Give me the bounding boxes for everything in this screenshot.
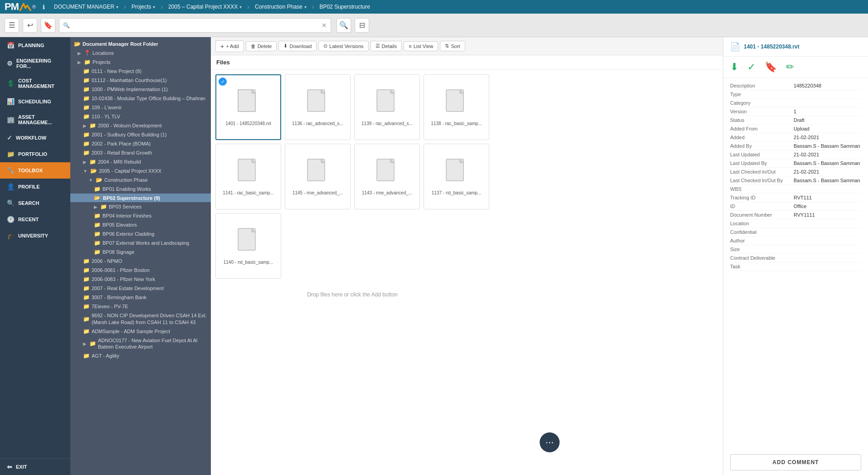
sidebar-item-university[interactable]: 🎓 UNIVERSITY (0, 228, 70, 244)
sidebar-item-engineering[interactable]: ⚙ ENGINEERING FOR... (0, 53, 70, 73)
sidebar-item-planning[interactable]: 📅 PLANNING (0, 37, 70, 53)
nav-projects[interactable]: Projects ▾ (126, 0, 161, 14)
file-card-4[interactable]: 1141 - rac_basic_samp... (215, 144, 281, 209)
file-card-3[interactable]: 1138 - rac_basic_samp... (424, 74, 489, 140)
tree-item-8692[interactable]: 📁 8692 - NON CIP Development Driven CSAH… (70, 311, 211, 327)
detail-row-location: Location (730, 219, 861, 228)
tree-item-construction-phase[interactable]: ▼ 📂 Construction Phase (70, 175, 211, 184)
tree-item-2004[interactable]: ▶ 📁 2004 - MRI Rebuild (70, 157, 211, 166)
add-button[interactable]: + + Add (215, 40, 244, 52)
tree-item-0111[interactable]: 📁 0111 - New Project (8) (70, 67, 211, 76)
tree-item-109[interactable]: 📁 109 - L'avenir (70, 103, 211, 112)
nav-document-manager[interactable]: DOCUMENT MANAGER ▾ (49, 0, 124, 14)
tree-root[interactable]: 📂 Document Manager Root Folder (70, 39, 211, 48)
folder-icon: 📁 (89, 159, 96, 165)
folder-icon: 📁 (83, 328, 90, 334)
pin-icon: 📍 (84, 50, 91, 56)
tree-item-bp01[interactable]: 📁 BP01 Enabling Works (70, 184, 211, 194)
file-card-2[interactable]: 1139 - rac_advanced_s... (354, 74, 420, 140)
tree-item-bp07[interactable]: 📁 BP07 External Works and Landscaping (70, 238, 211, 247)
undo-icon-btn[interactable]: ↩ (23, 18, 37, 33)
tree-item-7eleveo[interactable]: 📁 7Eleveo - PV-7E (70, 302, 211, 311)
delete-button[interactable]: 🗑 Delete (246, 41, 277, 51)
sidebar-item-exit[interactable]: ⬅ EXIT (0, 458, 70, 475)
download-button[interactable]: ⬇ Download (278, 41, 317, 51)
tree-item-2001[interactable]: 📁 2001 - Sudbury Office Building (1) (70, 130, 211, 139)
sort-button[interactable]: ⇅ Sort (440, 41, 465, 51)
latest-versions-button[interactable]: ⊙ Latest Versions (318, 41, 368, 51)
tree-item-bp03[interactable]: ▶ 📁 BP03 Services (70, 202, 211, 211)
sidebar-item-portfolio[interactable]: 📁 PORTFOLIO (0, 146, 70, 162)
file-card-1[interactable]: 1136 - rac_advanced_s... (285, 74, 351, 140)
tree-item-3007[interactable]: 📁 3007 - Birmingham Bank (70, 293, 211, 302)
details-button[interactable]: ☰ Details (371, 41, 402, 51)
bookmark-icon-btn[interactable]: 🔖 (41, 18, 55, 33)
list-view-icon: ≡ (409, 44, 411, 49)
file-icon (305, 89, 330, 118)
filter-icon-btn[interactable]: ⊟ (355, 18, 369, 33)
files-header: Files (211, 55, 723, 70)
zoom-icon-btn[interactable]: 🔍 (336, 18, 351, 33)
nav-construction-phase[interactable]: Construction Phase ▾ (249, 0, 312, 14)
nav-bp02[interactable]: BP02 Superstructure (314, 0, 375, 14)
logo[interactable]: PM ® (5, 1, 36, 13)
tree-item-10-02438[interactable]: 📁 10-02438 - Modular Type Office Buildin… (70, 94, 211, 103)
tree-item-bp05[interactable]: 📁 BP05 Elevators (70, 220, 211, 229)
sidebar-item-recent[interactable]: 🕐 RECENT (0, 211, 70, 228)
top-nav: PM ® ℹ DOCUMENT MANAGER ▾ › Projects ▾ ›… (0, 0, 868, 14)
fab-button[interactable]: ··· (540, 432, 560, 452)
nav-capital-project[interactable]: 2005 – Capital Project XXXX ▾ (163, 0, 247, 14)
sidebar-item-search[interactable]: 🔍 SEARCH (0, 195, 70, 211)
sidebar-item-toolbox[interactable]: 🔧 TOOLBOX (0, 162, 70, 179)
download-action-icon[interactable]: ⬇ (730, 61, 738, 73)
tree-item-bp06[interactable]: 📁 BP06 Exterior Cladding (70, 229, 211, 238)
tree-item-2005[interactable]: ▼ 📂 2005 - Capital Project XXXX (70, 166, 211, 175)
tree-item-2003[interactable]: 📁 2003 - Retail Brand Growth (70, 148, 211, 157)
tree-item-2002[interactable]: 📁 2002 - Park Place (BOMA) (70, 139, 211, 148)
sidebar-item-profile[interactable]: 👤 PROFILE (0, 179, 70, 195)
sidebar-item-scheduling[interactable]: 📊 SCHEDULING (0, 93, 70, 110)
search-input[interactable] (73, 22, 322, 29)
tree-item-bp08[interactable]: 📁 BP08 Signage (70, 247, 211, 257)
tree-item-locations[interactable]: ▶ 📍 Locations (70, 48, 211, 58)
sidebar-item-cost[interactable]: 💲 COST MANAGEMENT (0, 73, 70, 93)
tree-item-bp02[interactable]: 📂 BP02 Superstructure (9) (70, 194, 211, 202)
file-icon (444, 89, 469, 118)
file-icon (305, 158, 330, 188)
tree-item-2006-0081[interactable]: 📁 2006-0081 - Pfizer Boston (70, 266, 211, 275)
tree-item-2006[interactable]: 📁 2006 - NPMO (70, 257, 211, 266)
tree-item-2000[interactable]: ▶ 📁 2000 - Woburn Development (70, 121, 211, 130)
tree-item-110[interactable]: 📁 110 - YL TLV (70, 112, 211, 121)
file-card-6[interactable]: 1143 - rme_advanced_... (354, 144, 420, 209)
tree-item-2006-0083[interactable]: 📁 2006-0083 - Pfizer New York (70, 275, 211, 284)
file-card-8[interactable]: 1140 - rst_basic_samp... (215, 213, 281, 279)
file-card-0[interactable]: ✓ 1401 - 1485220348.rvt (215, 74, 281, 140)
expand-icon: ▶ (83, 160, 87, 165)
search-clear-icon[interactable]: ✕ (322, 22, 327, 29)
detail-row-description: Description 1485220348 (730, 82, 861, 90)
tree-item-bp04[interactable]: 📁 BP04 Interior Finishes (70, 211, 211, 220)
tree-item-1000[interactable]: 📁 1000 - PMWeb Implementation (1) (70, 85, 211, 94)
checkin-action-icon[interactable]: ✓ (747, 61, 756, 73)
tree-item-2007[interactable]: 📁 2007 - Real Estate Development (70, 284, 211, 293)
info-icon[interactable]: ℹ (43, 4, 45, 10)
sidebar-item-workflow[interactable]: ✓ WORKFLOW (0, 130, 70, 146)
tree-item-agt[interactable]: 📁 AGT - Agility (70, 351, 211, 360)
tree-item-projects[interactable]: ▶ 📁 Projects (70, 58, 211, 67)
file-card-5[interactable]: 1145 - rme_advanced_... (285, 144, 351, 209)
add-comment-button[interactable]: ADD COMMENT (730, 454, 861, 470)
file-card-7[interactable]: 1137 - rst_basic_samp... (424, 144, 489, 209)
files-grid: ✓ 1401 - 1485220348.rvt 1136 - rac_advan… (211, 70, 723, 475)
menu-icon-btn[interactable]: ☰ (5, 18, 19, 33)
bookmark-action-icon[interactable]: 🔖 (765, 61, 777, 73)
edit-action-icon[interactable]: ✏ (786, 61, 794, 73)
list-view-button[interactable]: ≡ List View (404, 41, 438, 51)
sidebar-item-asset[interactable]: 🏢 ASSET MANAGEME... (0, 110, 70, 130)
tree-item-adnoc[interactable]: ▶ 📁 ADNOC0177 - New Aviation Fuel Depot … (70, 336, 211, 352)
details-filename[interactable]: 1401 - 1485220348.rvt (744, 44, 800, 50)
tree-item-admsample[interactable]: 📁 ADMSample - ADM Sample Project (70, 327, 211, 336)
tree-item-01112[interactable]: 📁 01112 - Manhattan Courthouse(1) (70, 76, 211, 85)
detail-row-type: Type (730, 90, 861, 99)
folder-icon: 📁 (83, 316, 90, 322)
search-bar[interactable]: 🔍 ✕ (59, 18, 331, 33)
